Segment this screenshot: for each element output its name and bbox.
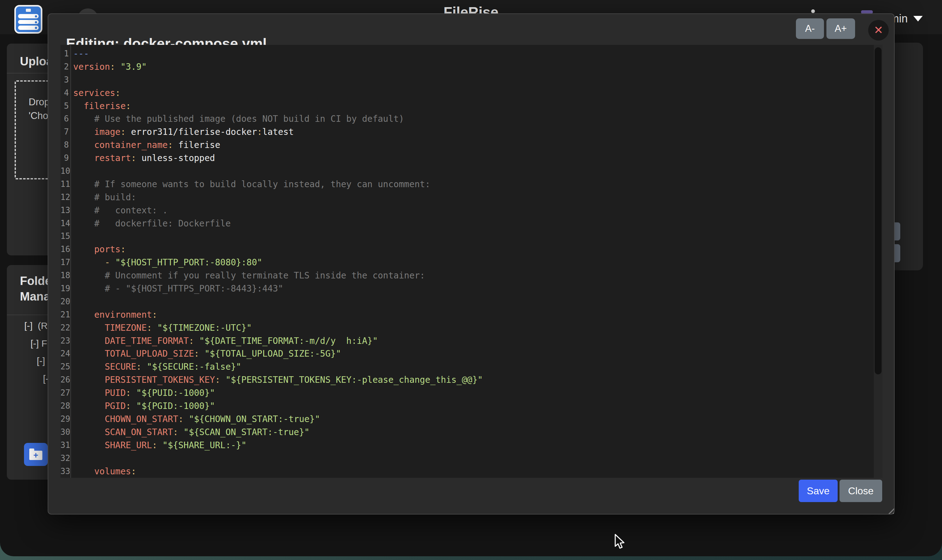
line-number: 33: [60, 465, 69, 478]
line-number: 24: [60, 347, 69, 360]
screen: FileRise min Uploa Drop 'Cho Folde Mana: [0, 0, 942, 560]
mouse-cursor: [614, 534, 629, 551]
code-line[interactable]: SHARE_URL: "${SHARE_URL:-}": [73, 439, 874, 452]
code-line[interactable]: # dockerfile: Dockerfile: [73, 217, 874, 230]
filerise-logo-icon[interactable]: [14, 5, 42, 34]
folder-tree-item[interactable]: [-] F: [31, 338, 47, 349]
line-number: 29: [60, 413, 69, 426]
line-number: 20: [60, 295, 69, 308]
editor-scrollbar-thumb[interactable]: [875, 47, 882, 374]
code-line[interactable]: image: error311/filerise-docker:latest: [73, 126, 874, 138]
font-decrease-button[interactable]: A-: [796, 18, 824, 39]
line-number: 30: [60, 426, 69, 439]
line-number: 11: [60, 178, 69, 191]
code-line[interactable]: ---: [73, 47, 874, 60]
code-line[interactable]: volumes:: [73, 465, 874, 478]
code-line[interactable]: SECURE: "${SECURE:-false}": [73, 360, 874, 374]
folder-tree-item[interactable]: [-]: [37, 356, 45, 366]
line-number-gutter: 1234567891011121314151617181920212223242…: [60, 45, 71, 478]
line-number: 18: [60, 269, 69, 282]
line-number: 10: [60, 165, 69, 178]
line-number: 25: [60, 360, 69, 374]
code-line[interactable]: # If someone wants to build locally inst…: [73, 178, 874, 191]
code-line[interactable]: environment:: [73, 308, 874, 322]
line-number: 21: [60, 308, 69, 322]
line-number: 16: [60, 243, 69, 256]
code-line[interactable]: [73, 230, 874, 243]
code-line[interactable]: SCAN_ON_START: "${SCAN_ON_START:-true}": [73, 426, 874, 439]
line-number: 2: [60, 60, 69, 74]
dropzone-text: 'Cho: [29, 110, 48, 122]
code-line[interactable]: # Use the published image (does NOT buil…: [73, 112, 874, 126]
line-number: 12: [60, 191, 69, 204]
code-line[interactable]: DATE_TIME_FORMAT: "${DATE_TIME_FORMAT:-m…: [73, 334, 874, 348]
header-partial-icon: [811, 9, 815, 13]
code-line[interactable]: - "${HOST_HTTP_PORT:-8080}:80": [73, 256, 874, 269]
dropzone-text: Drop: [29, 97, 49, 108]
line-number: 31: [60, 439, 69, 452]
code-line[interactable]: [73, 165, 874, 178]
code-line[interactable]: PUID: "${PUID:-1000}": [73, 386, 874, 400]
folder-card-title-line1: Folde: [20, 274, 51, 288]
line-number: 26: [60, 374, 69, 386]
line-number: 14: [60, 217, 69, 230]
edit-file-modal: Editing: docker-compose.yml A- A+ ✕ 1234…: [48, 13, 895, 514]
line-number: 9: [60, 152, 69, 165]
code-line[interactable]: PERSISTENT_TOKENS_KEY: "${PERSISTENT_TOK…: [73, 374, 874, 386]
line-number: 1: [60, 47, 69, 60]
code-line[interactable]: # build:: [73, 191, 874, 204]
folder-tree-item[interactable]: [-] (R: [24, 320, 48, 331]
code-line[interactable]: [73, 295, 874, 308]
code-line[interactable]: PGID: "${PGID:-1000}": [73, 400, 874, 413]
code-line[interactable]: TIMEZONE: "${TIMEZONE:-UTC}": [73, 322, 874, 334]
code-line[interactable]: container_name: filerise: [73, 138, 874, 152]
code-line[interactable]: version: "3.9": [73, 60, 874, 74]
line-number: 28: [60, 400, 69, 413]
code-line[interactable]: [73, 74, 874, 86]
folder-plus-icon: +: [29, 451, 42, 460]
line-number: 3: [60, 74, 69, 86]
close-icon[interactable]: ✕: [868, 20, 889, 40]
close-button[interactable]: Close: [839, 480, 882, 502]
line-number: 4: [60, 86, 69, 100]
editor-scrollbar[interactable]: [874, 45, 882, 478]
line-number: 8: [60, 138, 69, 152]
line-number: 19: [60, 282, 69, 295]
font-increase-button[interactable]: A+: [827, 18, 855, 39]
line-number: 23: [60, 334, 69, 348]
code-line[interactable]: ports:: [73, 243, 874, 256]
code-line[interactable]: [73, 452, 874, 465]
line-number: 15: [60, 230, 69, 243]
folder-card-title-line2: Mana: [20, 290, 50, 303]
line-number: 27: [60, 386, 69, 400]
line-number: 13: [60, 204, 69, 217]
create-folder-button[interactable]: +: [24, 443, 48, 466]
code-line[interactable]: services:: [73, 86, 874, 100]
code-line[interactable]: CHOWN_ON_START: "${CHOWN_ON_START:-true}…: [73, 413, 874, 426]
chevron-down-icon: [913, 16, 923, 22]
line-number: 5: [60, 100, 69, 113]
line-number: 32: [60, 452, 69, 465]
code-line[interactable]: # context: .: [73, 204, 874, 217]
resize-handle[interactable]: [886, 506, 894, 514]
app-window: FileRise min Uploa Drop 'Cho Folde Mana: [0, 0, 942, 556]
code-editor[interactable]: 1234567891011121314151617181920212223242…: [60, 45, 882, 478]
code-line[interactable]: # - "${HOST_HTTPS_PORT:-8443}:443": [73, 282, 874, 295]
save-button[interactable]: Save: [799, 480, 837, 502]
code-line[interactable]: TOTAL_UPLOAD_SIZE: "${TOTAL_UPLOAD_SIZE:…: [73, 347, 874, 360]
line-number: 22: [60, 322, 69, 334]
code-line[interactable]: restart: unless-stopped: [73, 152, 874, 165]
code-line[interactable]: # Uncomment if you really terminate TLS …: [73, 269, 874, 282]
code-line[interactable]: filerise:: [73, 100, 874, 113]
line-number: 6: [60, 112, 69, 126]
code-area[interactable]: ---version: "3.9" services: filerise: # …: [73, 47, 874, 478]
line-number: 17: [60, 256, 69, 269]
line-number: 7: [60, 126, 69, 138]
